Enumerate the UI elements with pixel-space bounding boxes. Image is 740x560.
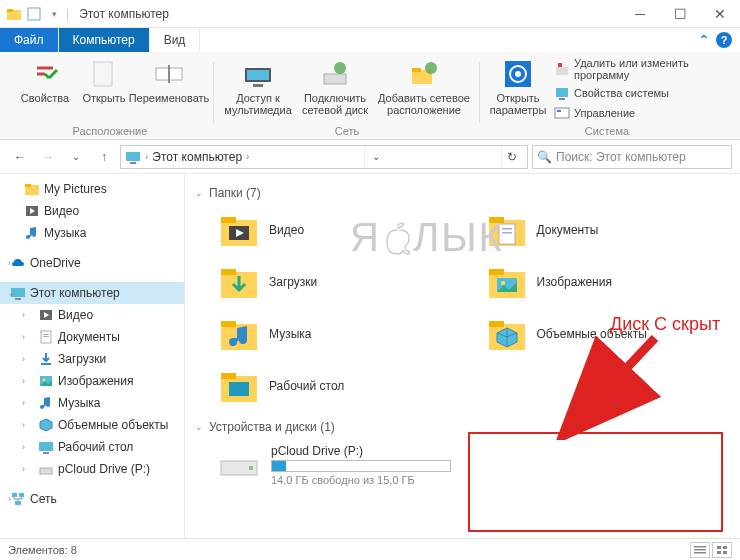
properties-button[interactable]: Свойства xyxy=(14,56,76,106)
drive-usage-bar xyxy=(271,460,451,472)
svg-rect-75 xyxy=(723,546,727,549)
svg-rect-26 xyxy=(25,184,31,187)
ribbon-group-location: Свойства Открыть Переименовать Расположе… xyxy=(6,56,214,139)
rename-button[interactable]: Переименовать xyxy=(132,56,206,106)
svg-rect-20 xyxy=(559,98,565,100)
svg-rect-63 xyxy=(489,321,504,327)
svg-rect-71 xyxy=(694,546,706,548)
sidebar-item-downloads[interactable]: ›Загрузки xyxy=(0,348,184,370)
system-properties-button[interactable]: Свойства системы xyxy=(552,84,726,102)
sidebar-item-this-pc[interactable]: ⌄Этот компьютер xyxy=(0,282,184,304)
folder-video[interactable]: Видео xyxy=(215,206,463,254)
svg-line-70 xyxy=(573,338,655,425)
uninstall-button[interactable]: Удалить или изменить программу xyxy=(552,56,726,82)
close-button[interactable]: ✕ xyxy=(700,0,740,28)
svg-rect-36 xyxy=(41,363,51,365)
svg-rect-72 xyxy=(694,549,706,551)
sidebar-item-pcloud[interactable]: ›pCloud Drive (P:) xyxy=(0,458,184,480)
breadcrumb[interactable]: › Этот компьютер › ⌄ ↻ xyxy=(120,145,528,169)
svg-rect-66 xyxy=(229,382,249,396)
svg-rect-7 xyxy=(247,70,269,80)
svg-rect-44 xyxy=(15,501,21,505)
svg-rect-18 xyxy=(558,63,562,67)
svg-rect-39 xyxy=(39,442,53,451)
svg-rect-5 xyxy=(168,65,170,83)
qat-properties-icon[interactable] xyxy=(26,6,42,22)
forward-button[interactable]: → xyxy=(36,145,60,169)
svg-point-59 xyxy=(501,281,505,285)
navigation-pane[interactable]: My Pictures Видео Музыка ›OneDrive ⌄Этот… xyxy=(0,174,185,538)
sidebar-item-3d[interactable]: ›Объемные объекты xyxy=(0,414,184,436)
sidebar-item-my-pictures[interactable]: My Pictures xyxy=(0,178,184,200)
svg-point-10 xyxy=(334,62,346,74)
open-button[interactable]: Открыть xyxy=(80,56,128,106)
svg-rect-43 xyxy=(19,493,24,497)
svg-rect-40 xyxy=(43,452,49,454)
view-details-button[interactable] xyxy=(690,542,710,558)
help-icon[interactable]: ? xyxy=(716,32,732,48)
svg-rect-42 xyxy=(12,493,17,497)
tab-file[interactable]: Файл xyxy=(0,28,59,52)
svg-rect-65 xyxy=(221,373,236,379)
svg-rect-2 xyxy=(28,8,40,20)
minimize-button[interactable]: ─ xyxy=(620,0,660,28)
svg-rect-9 xyxy=(324,74,346,84)
add-network-location-button[interactable]: Добавить сетевое расположение xyxy=(376,56,472,118)
ribbon-group-network: Доступ к мультимедиа Подключить сетевой … xyxy=(214,56,480,139)
refresh-button[interactable]: ↻ xyxy=(501,146,523,168)
svg-rect-52 xyxy=(502,228,512,230)
svg-rect-73 xyxy=(694,552,706,554)
view-icons-button[interactable] xyxy=(712,542,732,558)
tab-computer[interactable]: Компьютер xyxy=(59,28,150,52)
breadcrumb-dropdown[interactable]: ⌄ xyxy=(364,146,386,168)
folder-downloads[interactable]: Загрузки xyxy=(215,258,463,306)
annotation-box xyxy=(468,432,723,532)
folder-music[interactable]: Музыка xyxy=(215,310,463,358)
svg-rect-57 xyxy=(489,269,504,275)
svg-rect-61 xyxy=(221,321,236,327)
breadcrumb-item[interactable]: Этот компьютер xyxy=(152,150,242,164)
tab-view[interactable]: Вид xyxy=(150,28,201,52)
folder-documents[interactable]: Документы xyxy=(483,206,731,254)
sidebar-item-video-2[interactable]: ›Видео xyxy=(0,304,184,326)
svg-point-16 xyxy=(515,71,521,77)
folder-pictures[interactable]: Изображения xyxy=(483,258,731,306)
up-button[interactable]: ↑ xyxy=(92,145,116,169)
sidebar-item-music-2[interactable]: ›Музыка xyxy=(0,392,184,414)
search-icon: 🔍 xyxy=(537,150,552,164)
svg-rect-76 xyxy=(717,551,721,554)
sidebar-item-network[interactable]: ›Сеть xyxy=(0,488,184,510)
svg-rect-8 xyxy=(253,84,263,87)
back-button[interactable]: ← xyxy=(8,145,32,169)
media-access-button[interactable]: Доступ к мультимедиа xyxy=(222,56,294,118)
svg-rect-17 xyxy=(556,67,568,75)
ribbon-group-system: Открыть параметры Удалить или изменить п… xyxy=(480,56,734,139)
search-input[interactable]: 🔍 Поиск: Этот компьютер xyxy=(532,145,732,169)
svg-point-38 xyxy=(43,379,46,382)
sidebar-item-documents[interactable]: ›Документы xyxy=(0,326,184,348)
manage-button[interactable]: Управление xyxy=(552,104,726,122)
quick-access-toolbar: ▾ | xyxy=(0,6,75,22)
svg-rect-34 xyxy=(43,334,49,335)
folder-desktop[interactable]: Рабочий стол xyxy=(215,362,463,410)
sidebar-item-video[interactable]: Видео xyxy=(0,200,184,222)
drive-icon xyxy=(219,449,259,481)
collapse-ribbon-icon[interactable]: ⌃ xyxy=(698,32,710,48)
svg-rect-46 xyxy=(221,217,236,223)
sidebar-item-pictures[interactable]: ›Изображения xyxy=(0,370,184,392)
sidebar-item-music[interactable]: Музыка xyxy=(0,222,184,244)
open-settings-button[interactable]: Открыть параметры xyxy=(488,56,548,118)
maximize-button[interactable]: ☐ xyxy=(660,0,700,28)
sidebar-item-onedrive[interactable]: ›OneDrive xyxy=(0,252,184,274)
qat-dropdown-icon[interactable]: ▾ xyxy=(46,6,62,22)
annotation-arrow xyxy=(555,330,675,440)
folders-section-header[interactable]: ⌄Папки (7) xyxy=(195,186,730,200)
recent-dropdown[interactable]: ⌄ xyxy=(64,145,88,169)
window-title: Этот компьютер xyxy=(75,7,620,21)
svg-rect-30 xyxy=(15,298,21,300)
sidebar-item-desktop[interactable]: ›Рабочий стол xyxy=(0,436,184,458)
svg-rect-41 xyxy=(40,468,52,474)
map-drive-button[interactable]: Подключить сетевой диск xyxy=(298,56,372,118)
svg-rect-74 xyxy=(717,546,721,549)
svg-rect-12 xyxy=(412,68,421,72)
